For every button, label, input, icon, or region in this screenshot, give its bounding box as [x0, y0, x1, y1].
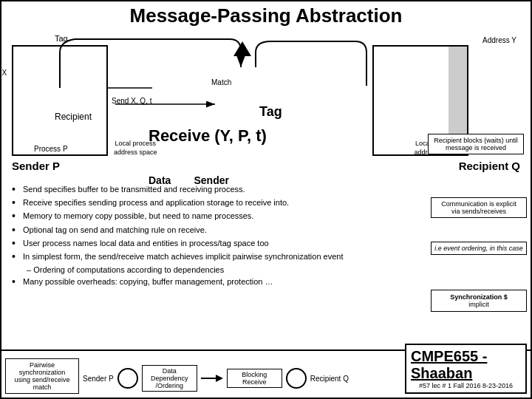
recipient-q-flow: Recipient Q — [310, 375, 349, 383]
sub-item-ordering: – Ordering of computations according to … — [27, 265, 524, 276]
ie-text: i.e event ordering, in this case — [434, 245, 523, 252]
bullet-item-7: • Many possible overheads: copying, buff… — [12, 276, 524, 288]
bullet-dot-6: • — [12, 250, 21, 263]
dep-ordering-box: Data Dependency/Ordering — [142, 365, 197, 392]
sync-title: Synchronization $ — [434, 293, 523, 301]
tag-label-tl: Tag — [55, 34, 68, 43]
svg-marker-3 — [216, 375, 223, 382]
bullet-dot-5: • — [12, 236, 21, 250]
bullet-dot-2: • — [12, 196, 21, 209]
top-section: Tag Send (X, Q, t) Data Address X Recipi… — [4, 30, 528, 178]
address-x-label: Address X — [0, 69, 7, 77]
sender-circle — [117, 368, 138, 389]
cmpe-sub: #57 lec # 1 Fall 2016 8-23-2016 — [411, 382, 521, 389]
cmpe-title: CMPE655 - Shaaban — [411, 348, 521, 382]
main-container: Message-Passing Abstraction Tag Send (X,… — [0, 0, 532, 399]
bullet-dot-3: • — [12, 209, 21, 222]
recipient-q-label: Recipient Q — [459, 160, 520, 172]
blocking-receive-box: Blocking Receive — [227, 369, 282, 388]
receive-big-label: Receive (Y, P, t) — [149, 126, 267, 146]
sender-p-label: Sender P — [12, 160, 60, 172]
match-label: Match — [211, 78, 231, 86]
cmpe-box: CMPE655 - Shaaban #57 lec # 1 Fall 2016 … — [405, 344, 527, 394]
page-title: Message-Passing Abstraction — [4, 4, 528, 27]
ie-event-box: i.e event ordering, in this case — [431, 242, 527, 255]
process-p-label: Process P — [34, 145, 68, 153]
bottom-section: Pairwise synchronizationusing send/recei… — [1, 349, 531, 398]
bullet-dot: • — [12, 183, 21, 196]
up-arrow-icon — [233, 41, 251, 56]
recipient-text: Recipient — [55, 112, 92, 122]
flow-arrow-svg — [201, 367, 223, 389]
address-y-label: Address Y — [482, 36, 516, 44]
bullet-item-1: • Send specifies buffer to be transmitte… — [12, 184, 524, 196]
recipient-circle — [286, 368, 307, 389]
flow-container: Sender P Data Dependency/Ordering Blocki… — [83, 365, 349, 392]
sender-p-flow: Sender P — [83, 375, 114, 383]
comm-box: Communication is explicitvia sends/recei… — [431, 197, 527, 218]
sync-box: Synchronization $ implicit — [431, 290, 527, 312]
bullet-dot-7: • — [12, 275, 21, 288]
bullet-dot-4: • — [12, 223, 21, 236]
bullet-item-4: • Optional tag on send and matching rule… — [12, 225, 524, 236]
sender-box: Address X — [12, 45, 108, 156]
pairwise-box: Pairwise synchronizationusing send/recei… — [5, 358, 79, 394]
recipient-blocks-box: Recipient blocks (waits) until message i… — [428, 134, 524, 154]
sync-sub: implicit — [434, 301, 523, 308]
send-xqt-label: Send X, Q, t — [112, 97, 151, 105]
tag-center: Tag — [259, 104, 282, 120]
